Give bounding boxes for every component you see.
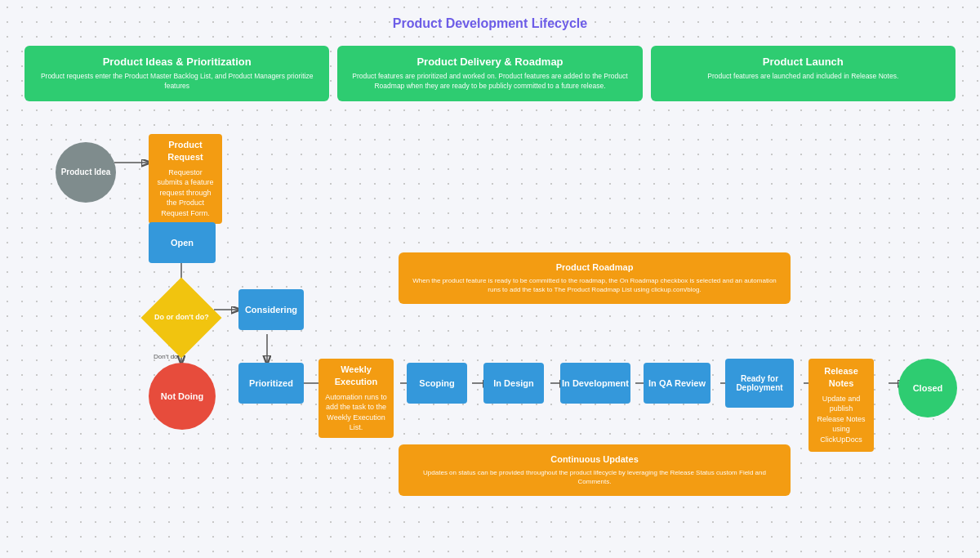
banner-ideas: Product Ideas & Prioritization Product r… <box>24 46 329 101</box>
banner-delivery: Product Delivery & Roadmap Product featu… <box>337 46 642 101</box>
in-development-node: In Development <box>560 363 630 404</box>
diamond-node: Do or don't do? <box>141 277 222 358</box>
in-design-node: In Design <box>483 363 544 404</box>
page-title: Product Development Lifecycle <box>24 16 956 31</box>
product-idea-node: Product Idea <box>56 142 116 203</box>
release-notes-box: Release Notes Update and publish Release… <box>808 359 874 452</box>
continuous-updates-box: Continuous Updates Updates on status can… <box>399 444 791 496</box>
banners: Product Ideas & Prioritization Product r… <box>24 46 956 101</box>
product-roadmap-box: Product Roadmap When the product feature… <box>399 252 791 304</box>
prioritized-node: Prioritized <box>238 363 304 404</box>
banner-delivery-title: Product Delivery & Roadmap <box>349 56 630 68</box>
banner-ideas-title: Product Ideas & Prioritization <box>36 56 318 68</box>
flowchart: Product Idea Product Request Requestor s… <box>24 118 956 526</box>
banner-delivery-desc: Product features are prioritized and wor… <box>349 72 630 92</box>
ready-for-deployment-node: Ready for Deployment <box>725 359 794 408</box>
considering-node: Considering <box>238 289 304 330</box>
page: Product Development Lifecycle Product Id… <box>0 0 980 542</box>
weekly-execution-box: Weekly Execution Automation runs to add … <box>318 359 394 438</box>
banner-launch-title: Product Launch <box>662 56 944 68</box>
banner-launch-desc: Product features are launched and includ… <box>662 72 944 82</box>
banner-launch: Product Launch Product features are laun… <box>651 46 956 101</box>
open-node: Open <box>149 222 216 263</box>
dont-do-label: Don't do <box>154 353 178 360</box>
not-doing-node: Not Doing <box>149 363 216 430</box>
in-qa-review-node: In QA Review <box>644 363 710 404</box>
product-request-box: Product Request Requestor submits a feat… <box>149 134 222 224</box>
banner-ideas-desc: Product requests enter the Product Maste… <box>36 72 318 92</box>
closed-node: Closed <box>898 359 957 417</box>
scoping-node: Scoping <box>407 363 467 404</box>
